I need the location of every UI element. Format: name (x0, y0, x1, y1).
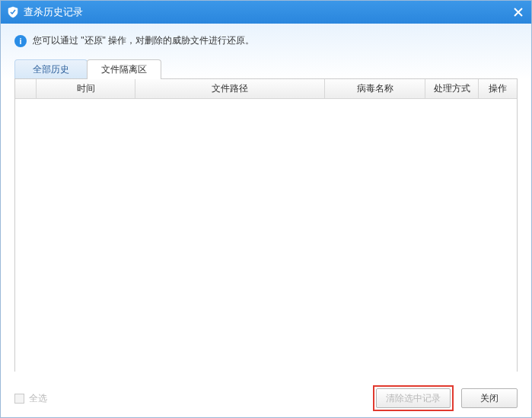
select-all-label: 全选 (29, 392, 47, 405)
table: 时间 文件路径 病毒名称 处理方式 操作 (14, 78, 518, 372)
close-button[interactable]: 关闭 (461, 388, 518, 408)
info-text: 您可以通过 "还原" 操作，对删除的威胁文件进行还原。 (33, 34, 254, 47)
checkbox-icon (14, 394, 24, 404)
col-checkbox[interactable] (15, 79, 37, 98)
tab-quarantine[interactable]: 文件隔离区 (87, 59, 161, 79)
info-row: i 您可以通过 "还原" 操作，对删除的威胁文件进行还原。 (14, 34, 518, 47)
shield-icon (7, 6, 19, 18)
titlebar: 查杀历史记录 (1, 1, 531, 24)
table-header: 时间 文件路径 病毒名称 处理方式 操作 (15, 79, 517, 99)
tab-all-history[interactable]: 全部历史 (14, 59, 88, 79)
table-body (15, 99, 517, 391)
close-icon[interactable] (510, 4, 527, 21)
header-area: i 您可以通过 "还原" 操作，对删除的威胁文件进行还原。 全部历史 文件隔离区 (1, 24, 531, 79)
col-method[interactable]: 处理方式 (425, 79, 479, 98)
col-time[interactable]: 时间 (37, 79, 135, 98)
clear-selected-button[interactable]: 清除选中记录 (376, 388, 451, 408)
col-action[interactable]: 操作 (479, 79, 517, 98)
col-path[interactable]: 文件路径 (135, 79, 325, 98)
col-virus[interactable]: 病毒名称 (325, 79, 425, 98)
window-title: 查杀历史记录 (24, 5, 83, 19)
highlight-box: 清除选中记录 (373, 385, 454, 411)
tabs: 全部历史 文件隔离区 (14, 59, 518, 79)
history-window: 查杀历史记录 i 您可以通过 "还原" 操作，对删除的威胁文件进行还原。 全部历… (0, 0, 532, 418)
content-area: 时间 文件路径 病毒名称 处理方式 操作 (1, 78, 531, 385)
footer: 全选 清除选中记录 关闭 (1, 385, 531, 417)
select-all-wrap[interactable]: 全选 (14, 392, 47, 405)
info-icon: i (14, 35, 27, 47)
